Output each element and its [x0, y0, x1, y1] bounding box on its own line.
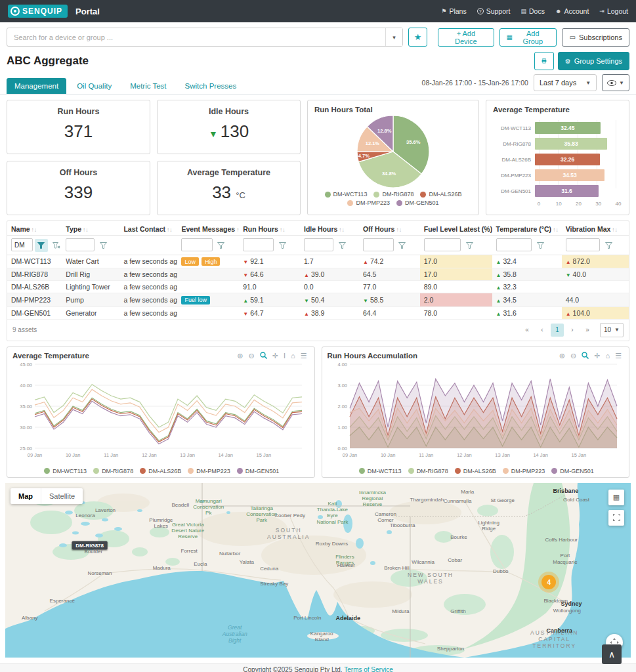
pan-icon[interactable]: ✛: [594, 352, 600, 360]
nav-plans[interactable]: ⚑Plans: [441, 7, 466, 15]
next-page-button[interactable]: ›: [566, 324, 579, 337]
add-device-button[interactable]: + Add Device: [438, 28, 494, 47]
legend-item[interactable]: DM-PMP223: [347, 200, 390, 206]
sort-icon[interactable]: ↑↓: [553, 226, 559, 233]
home-reset-icon[interactable]: ⌂: [291, 352, 295, 360]
filter-funnel-icon[interactable]: [534, 239, 547, 252]
nav-support[interactable]: ?Support: [477, 7, 511, 15]
legend-item[interactable]: DM-WCT113: [359, 468, 402, 474]
bar[interactable]: 31.6: [535, 185, 599, 197]
bar[interactable]: 32.26: [535, 154, 600, 165]
filter-funnel-icon[interactable]: [602, 239, 615, 252]
sort-icon[interactable]: ↑↓: [167, 226, 173, 233]
filter-funnel-icon[interactable]: [96, 239, 110, 252]
legend-item[interactable]: DM-RIG878: [373, 191, 413, 198]
table-row-DM-PMP223[interactable]: DM-PMP223Pumpa few seconds agoFuel low▲5…: [7, 293, 629, 307]
first-page-button[interactable]: «: [520, 324, 534, 337]
sort-icon[interactable]: ↑↓: [83, 226, 89, 233]
bar[interactable]: 34.53: [535, 169, 604, 181]
sort-icon[interactable]: ↑↓: [280, 226, 286, 233]
column-header-off[interactable]: Off Hours↑↓: [359, 221, 420, 236]
zoom-select-icon[interactable]: [582, 352, 589, 360]
menu-icon[interactable]: ☰: [615, 352, 622, 360]
legend-item[interactable]: DM-RIG878: [408, 468, 448, 474]
device-marker-DM-RIG878[interactable]: DM-RIG878: [72, 541, 108, 550]
column-header-name[interactable]: Name↑↓: [7, 221, 62, 236]
map-tilt-button[interactable]: ▦: [608, 490, 624, 505]
device-cluster-marker[interactable]: 4: [541, 575, 556, 589]
last-page-button[interactable]: »: [581, 324, 594, 337]
column-header-idle[interactable]: Idle Hours↑↓: [300, 221, 359, 236]
tab-oil-quality[interactable]: Oil Quality: [69, 78, 119, 94]
terms-of-service-link[interactable]: Terms of Service: [344, 666, 392, 672]
legend-item[interactable]: DM-GEN501: [396, 200, 439, 206]
column-header-run[interactable]: Run Hours↑↓: [239, 221, 300, 236]
zoom-in-icon[interactable]: ⊕: [237, 352, 243, 360]
legend-item[interactable]: DM-RIG878: [93, 468, 133, 474]
print-button[interactable]: [534, 52, 554, 70]
map-view-button[interactable]: Map: [11, 488, 41, 504]
zoom-out-icon[interactable]: ⊖: [570, 352, 576, 360]
sort-icon[interactable]: ↑↓: [236, 226, 239, 233]
legend-item[interactable]: DM-ALS26B: [455, 468, 496, 474]
filter-input-run[interactable]: [243, 238, 274, 251]
scroll-to-top-button[interactable]: ∧: [602, 644, 622, 664]
filter-input-fuel[interactable]: [424, 238, 461, 251]
tab-metric-test[interactable]: Metric Test: [122, 78, 174, 94]
column-header-vib[interactable]: Vibration Max↑↓: [562, 221, 629, 236]
map[interactable]: LavertonLeonoraBeadellMamungari Conserva…: [5, 483, 631, 658]
sort-icon[interactable]: ↑↓: [339, 226, 345, 233]
filter-input-name[interactable]: [11, 238, 33, 251]
select-icon[interactable]: I: [284, 352, 286, 360]
area-chart-svg[interactable]: 0.001.002.003.004.0009 Jan10 Jan11 Jan12…: [328, 360, 622, 464]
filter-funnel-icon[interactable]: [35, 239, 48, 252]
current-page-button[interactable]: 1: [551, 324, 564, 337]
tab-switch-presses[interactable]: Switch Presses: [177, 78, 245, 94]
subscriptions-button[interactable]: ▭Subscriptions: [562, 28, 629, 47]
legend-item[interactable]: DM-PMP223: [188, 468, 230, 474]
filter-funnel-icon[interactable]: [463, 239, 476, 252]
satellite-view-button[interactable]: Satellite: [41, 488, 83, 504]
tab-management[interactable]: Management: [7, 78, 66, 94]
page-size-select[interactable]: 10▼: [600, 323, 624, 337]
senquip-logo[interactable]: SENQUIP: [8, 5, 68, 18]
sort-icon[interactable]: ↑↓: [32, 226, 37, 233]
legend-item[interactable]: DM-GEN501: [237, 468, 280, 474]
nav-docs[interactable]: ▤Docs: [520, 7, 544, 15]
group-settings-button[interactable]: ⚙Group Settings: [558, 52, 629, 70]
filter-input-idle[interactable]: [304, 238, 333, 251]
pan-icon[interactable]: ✛: [272, 352, 278, 360]
home-reset-icon[interactable]: ⌂: [605, 352, 610, 360]
prev-page-button[interactable]: ‹: [536, 324, 549, 337]
zoom-select-icon[interactable]: [260, 352, 267, 360]
filter-input-vib[interactable]: [566, 238, 600, 251]
legend-item[interactable]: DM-ALS26B: [420, 191, 461, 198]
legend-item[interactable]: DM-PMP223: [503, 468, 545, 474]
bar[interactable]: 32.45: [535, 122, 601, 134]
add-group-button[interactable]: ▦Add Group: [499, 28, 557, 47]
filter-input-type[interactable]: [66, 238, 95, 251]
filter-funnel-icon[interactable]: [396, 239, 409, 252]
period-select[interactable]: Last 7 days▼: [534, 74, 597, 91]
search-input[interactable]: [7, 33, 385, 41]
filter-input-events[interactable]: [181, 238, 212, 251]
table-row-DM-WCT113[interactable]: DM-WCT113Water Carta few seconds agoLowH…: [7, 255, 629, 268]
line-chart-svg[interactable]: 25.0030.0035.0040.0045.0009 Jan10 Jan11 …: [12, 360, 307, 464]
filter-input-off[interactable]: [363, 238, 394, 251]
filter-input-temp[interactable]: [496, 238, 532, 251]
nav-logout[interactable]: ⇥Logout: [599, 7, 628, 15]
table-row-DM-RIG878[interactable]: DM-RIG878Drill Riga few seconds ago▼64.6…: [7, 268, 629, 281]
table-row-DM-GEN501[interactable]: DM-GEN501Generatora few seconds ago▼64.7…: [7, 306, 629, 319]
map-fullscreen-button[interactable]: [608, 510, 624, 526]
column-header-temp[interactable]: Temperature (°C)↑↓: [492, 221, 562, 236]
favorites-button[interactable]: ★: [408, 28, 427, 47]
filter-funnel-icon[interactable]: [276, 239, 289, 252]
column-header-fuel[interactable]: Fuel Level Latest (%)↑↓: [420, 221, 492, 236]
filter-funnel-icon[interactable]: [215, 239, 228, 252]
table-row-DM-ALS26B[interactable]: DM-ALS26BLighting Towera few seconds ago…: [7, 281, 629, 293]
sort-icon[interactable]: ↑↓: [396, 226, 402, 233]
filter-funnel-icon[interactable]: [335, 239, 349, 252]
bar[interactable]: 35.83: [535, 138, 607, 150]
search-dropdown-caret-icon[interactable]: ▾: [385, 28, 402, 46]
sort-icon[interactable]: ↑↓: [612, 226, 618, 233]
